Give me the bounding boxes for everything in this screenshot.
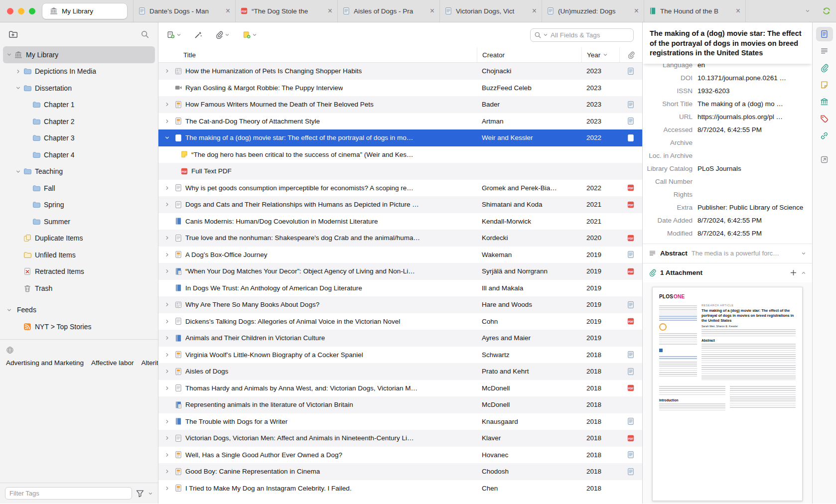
tab-close-icon[interactable]: × (634, 7, 639, 15)
tab-my-library[interactable]: My Library (42, 3, 127, 19)
item-note-row[interactable]: “The dog hero has been critical to the s… (158, 146, 642, 163)
column-header-creator[interactable]: Creator (477, 47, 581, 62)
tag[interactable]: Advertising and Marketing (6, 359, 84, 367)
item-row[interactable]: True love and the nonhuman: Shakespeare'… (158, 230, 642, 247)
document-tab[interactable]: Victorian Dogs, Vict× (439, 0, 542, 22)
filter-icon[interactable] (136, 489, 144, 498)
twisty-collapsed-icon[interactable] (163, 68, 171, 74)
twisty-collapsed-icon[interactable] (163, 419, 171, 424)
item-row[interactable]: Why is pet goods consumption imperceptib… (158, 180, 642, 197)
field-value[interactable]: Publisher: Public Library of Science (697, 204, 803, 212)
item-attachment-row[interactable]: PDFFull Text PDF (158, 163, 642, 180)
sidebar-item-chapter-4[interactable]: Chapter 4 (3, 146, 155, 163)
sync-button[interactable] (817, 0, 836, 22)
field-value[interactable]: 10.1371/journal.pone.0261 … (697, 74, 786, 83)
tag[interactable]: Affective labor (91, 359, 134, 367)
sidebar-item-teaching[interactable]: Teaching (3, 163, 155, 180)
twisty-icon[interactable] (5, 307, 13, 313)
twisty-collapsed-icon[interactable] (163, 235, 171, 241)
add-attachment-button[interactable] (215, 31, 230, 39)
twisty-collapsed-icon[interactable] (163, 469, 171, 474)
attachments-section[interactable]: 1 Attachment (643, 263, 812, 282)
sidebar-item-summer[interactable]: Summer (3, 213, 155, 230)
chevron-up-icon[interactable] (801, 270, 806, 275)
sidebar-item-chapter-1[interactable]: Chapter 1 (3, 97, 155, 114)
item-row[interactable]: How the Humanization of Pets Is Changing… (158, 63, 642, 80)
item-row[interactable]: Representing animals in the literature o… (158, 396, 642, 413)
new-note-button[interactable] (243, 31, 257, 39)
twisty-collapsed-icon[interactable] (163, 119, 171, 124)
sidebar-item-dissertation[interactable]: Dissertation (3, 80, 155, 97)
tab-close-icon[interactable]: × (429, 7, 435, 15)
sidebar-item-fall[interactable]: Fall (3, 180, 155, 197)
pane-tab-info[interactable] (816, 27, 833, 41)
abstract-section[interactable]: Abstract The media is a powerful forc… (643, 244, 812, 263)
twisty-collapsed-icon[interactable] (163, 102, 171, 107)
field-value[interactable]: https://journals.plos.org/pl … (697, 113, 783, 122)
pane-tab-libraries-collections[interactable] (816, 95, 833, 109)
item-title[interactable]: The making of a (dog) movie star: The ef… (643, 22, 812, 64)
pane-tab-abstract[interactable] (816, 44, 833, 58)
item-row[interactable]: In Dogs We Trust: An Anthology of Americ… (158, 280, 642, 297)
document-tab[interactable]: Dante’s Dogs - Man× (133, 0, 235, 22)
twisty-collapsed-icon[interactable] (163, 202, 171, 207)
item-row[interactable]: Aisles of DogsPrato and Kehrt2018 (158, 363, 642, 380)
item-row[interactable]: Dickens's Talking Dogs: Allegories of An… (158, 313, 642, 330)
chevron-down-icon[interactable] (148, 491, 153, 496)
item-row[interactable]: Canis Modernis: Human/Dog Coevolution in… (158, 213, 642, 230)
tab-close-icon[interactable]: × (225, 7, 231, 15)
pane-tab-notes[interactable] (816, 78, 833, 92)
zoom-window-button[interactable] (29, 8, 35, 14)
minimize-window-button[interactable] (18, 8, 24, 14)
item-row[interactable]: Well, Has a Single Good Author Ever Owne… (158, 447, 642, 464)
column-header-attachment[interactable] (619, 47, 642, 62)
pane-tab-tags[interactable] (816, 112, 833, 126)
close-window-button[interactable] (7, 8, 13, 14)
pane-tab-related[interactable] (816, 128, 833, 143)
sidebar-item-trash[interactable]: Trash (3, 280, 155, 297)
search-input[interactable] (550, 31, 630, 39)
chevron-down-icon[interactable] (801, 251, 806, 256)
twisty-collapsed-icon[interactable] (163, 268, 171, 274)
column-header-year[interactable]: Year (581, 47, 619, 62)
add-attachment-icon[interactable] (790, 269, 797, 276)
item-row[interactable]: “When Your Dog Matches Your Decor”: Obje… (158, 263, 642, 280)
field-value[interactable]: 8/7/2024, 6:42:55 PM (697, 217, 762, 225)
twisty-collapsed-icon[interactable] (163, 185, 171, 191)
new-collection-icon[interactable] (8, 30, 17, 39)
tab-close-icon[interactable]: × (735, 7, 741, 15)
tab-close-icon[interactable]: × (532, 7, 537, 15)
field-value[interactable]: 1932-6203 (697, 87, 730, 96)
twisty-collapsed-icon[interactable] (163, 335, 171, 341)
item-row[interactable]: The Trouble with Dogs for a WriterKnausg… (158, 413, 642, 430)
sidebar-item-my-library[interactable]: My Library (3, 46, 155, 63)
document-tab[interactable]: Aisles of Dogs - Pra× (337, 0, 439, 22)
search-box[interactable] (530, 28, 634, 42)
item-row[interactable]: Virginia Woolf’s Little-Known Biography … (158, 347, 642, 364)
pane-tab-locate[interactable] (816, 152, 833, 167)
column-header-title[interactable]: Title (158, 47, 477, 62)
item-row[interactable]: The Cat-and-Dog Theory of Attachment Sty… (158, 113, 642, 130)
twisty-icon[interactable] (14, 69, 22, 74)
twisty-icon[interactable] (5, 52, 13, 57)
tab-close-icon[interactable]: × (327, 7, 333, 15)
tag-filter-input[interactable] (5, 487, 132, 500)
item-row[interactable]: I Tried to Make My Dog an Instagram Cele… (158, 480, 642, 497)
document-tab[interactable]: (Un)muzzled: Dogs× (542, 0, 644, 22)
sidebar-item-chapter-3[interactable]: Chapter 3 (3, 130, 155, 147)
new-item-button[interactable] (167, 31, 181, 39)
item-row[interactable]: Dogs and Cats and Their Relationships wi… (158, 196, 642, 213)
sidebar-item-duplicate-items[interactable]: Duplicate Items (3, 230, 155, 247)
pdf-preview-thumbnail[interactable]: PLOS ONE (652, 287, 803, 501)
document-tab[interactable]: The Hound of the B× (644, 0, 746, 22)
twisty-collapsed-icon[interactable] (163, 352, 171, 358)
tab-overflow-button[interactable] (798, 0, 817, 22)
item-row[interactable]: Good Boy: Canine Representation in Cinem… (158, 463, 642, 480)
item-row[interactable]: The making of a (dog) movie star: The ef… (158, 129, 642, 146)
twisty-collapsed-icon[interactable] (163, 486, 171, 491)
twisty-collapsed-icon[interactable] (163, 302, 171, 307)
sidebar-item-depictions-in-media[interactable]: Depictions In Media (3, 63, 155, 80)
item-row[interactable]: Why Are There So Many Books About Dogs?H… (158, 296, 642, 313)
sidebar-item-retracted-items[interactable]: Retracted Items (3, 263, 155, 280)
twisty-icon[interactable] (14, 169, 22, 174)
